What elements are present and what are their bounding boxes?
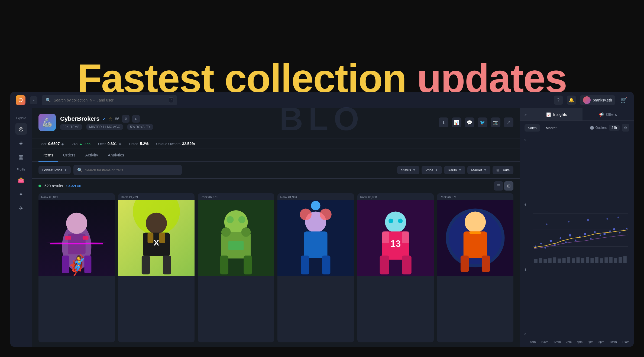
svg-rect-61	[558, 258, 561, 263]
svg-point-40	[398, 218, 402, 223]
chart-settings-button[interactable]: ⚙	[622, 124, 629, 132]
help-button[interactable]: ?	[554, 96, 563, 105]
svg-rect-62	[562, 258, 566, 263]
sidebar-item-favorites[interactable]: ✦	[15, 188, 27, 200]
svg-rect-63	[567, 257, 570, 263]
user-name: pranksy.eth	[593, 98, 612, 102]
collection-details: CyberBrokers ✓ ☆ 86 ⧉ ↻ 10K ITEMS MINTED…	[60, 115, 434, 130]
chart-svg	[525, 138, 629, 343]
star-button[interactable]: ☆	[109, 116, 112, 122]
panel-expand-button[interactable]: »	[520, 108, 531, 120]
owners-label: Unique Owners	[156, 142, 180, 146]
chart-tab-sales[interactable]: Sales	[525, 124, 540, 132]
chart-button[interactable]: 📊	[452, 117, 461, 127]
download-button[interactable]: ⬇	[439, 117, 448, 127]
items-search-icon: 🔍	[77, 168, 83, 173]
notifications-button[interactable]: 🔔	[567, 96, 576, 105]
refresh-button[interactable]: ↻	[132, 115, 140, 123]
user-profile[interactable]: pranksy.eth	[580, 95, 615, 105]
toggle-dot-icon	[590, 126, 594, 130]
change-stat: 24h ▲ 9.56	[72, 142, 90, 146]
items-search-input[interactable]	[85, 168, 178, 172]
chart-controls-right: Outliers 24h ⚙	[590, 124, 629, 132]
insights-chart-icon: 📈	[546, 112, 551, 117]
rarity-dropdown[interactable]: Rarity ▼	[444, 166, 465, 174]
svg-point-35	[385, 211, 406, 232]
tab-orders[interactable]: Orders	[58, 149, 80, 162]
svg-point-91	[609, 230, 611, 232]
collapse-button[interactable]: »	[30, 96, 37, 104]
svg-point-92	[613, 228, 615, 230]
price-dropdown[interactable]: Price ▼	[422, 166, 442, 174]
nft-card-5[interactable]: Rank #8,038 13	[357, 193, 434, 342]
outliers-toggle[interactable]: Outliers	[590, 126, 607, 130]
left-sidebar: Explore ◎ ◈ ▦ Profile 👛 ✦ ✈	[10, 108, 32, 347]
tab-offers[interactable]: 📢 Offers	[582, 108, 634, 120]
instagram-button[interactable]: 📷	[491, 117, 500, 127]
sidebar-item-send[interactable]: ✈	[15, 202, 27, 214]
svg-rect-50	[482, 256, 490, 272]
traits-button[interactable]: ⊞ Traits	[493, 166, 513, 174]
minted-date: MINTED 11 MO AGO	[86, 124, 123, 130]
items-search[interactable]: 🔍	[73, 165, 182, 175]
live-indicator	[38, 185, 41, 187]
tab-analytics[interactable]: Analytics	[103, 149, 129, 162]
svg-rect-32	[322, 256, 330, 274]
sidebar-item-explore[interactable]: ◎	[15, 123, 27, 135]
traits-filter-icon: ⊞	[496, 168, 499, 172]
tab-items[interactable]: Items	[38, 149, 58, 162]
view-toggles: ☰ ⊞	[494, 181, 513, 191]
offers-icon: 📢	[599, 112, 604, 117]
svg-point-29	[300, 209, 312, 220]
offer-unit: ◈	[119, 142, 121, 146]
search-input[interactable]	[54, 98, 166, 102]
svg-point-39	[389, 218, 393, 223]
svg-rect-74	[619, 257, 622, 263]
select-all-button[interactable]: Select All	[66, 184, 80, 188]
sidebar-item-wallet[interactable]: 👛	[15, 174, 27, 186]
tab-activity[interactable]: Activity	[80, 149, 103, 162]
main-content: Explore ◎ ◈ ▦ Profile 👛 ✦ ✈ 🦾 CyberBroke…	[10, 108, 634, 347]
floor-value: 0.6597	[48, 142, 60, 146]
svg-rect-72	[609, 257, 613, 263]
svg-point-84	[575, 240, 576, 241]
nft-card-3[interactable]: Rank #6,270	[198, 193, 274, 342]
market-dropdown[interactable]: Market ▼	[467, 166, 490, 174]
nft-card-6[interactable]: Rank #6,971	[437, 193, 513, 342]
nft-card-1[interactable]: Rank #8,819	[38, 193, 115, 342]
copy-button[interactable]: ⧉	[122, 115, 130, 123]
svg-point-30	[320, 209, 332, 220]
svg-rect-51	[469, 231, 481, 234]
discord-button[interactable]: 💬	[465, 117, 474, 127]
status-dropdown[interactable]: Status ▼	[397, 166, 419, 174]
nft-rank-1: Rank #8,819	[38, 193, 115, 200]
list-view-button[interactable]: ☰	[494, 181, 503, 191]
x-label-6pm: 6pm	[588, 340, 593, 343]
results-bar: 520 results Select All ☰ ⊞	[32, 179, 520, 193]
cart-button[interactable]: 🛒	[619, 96, 628, 105]
change-value: ▲ 9.56	[79, 142, 90, 146]
stats-bar: Floor 0.6597 ◈ 24h ▲ 9.56 Offer 0.601 ◈ …	[32, 139, 520, 149]
collection-header: 🦾 CyberBrokers ✓ ☆ 86 ⧉ ↻ 10K ITEMS M	[32, 108, 520, 139]
sort-dropdown[interactable]: Lowest Price ▼	[38, 166, 71, 174]
twitter-button[interactable]: 🐦	[478, 117, 487, 127]
nft-card-2[interactable]: Rank #9,239 X	[118, 193, 195, 342]
x-label-12am: 12am	[622, 340, 629, 343]
chart-tab-market[interactable]: Market	[543, 124, 560, 132]
collection-main: 🦾 CyberBrokers ✓ ☆ 86 ⧉ ↻ 10K ITEMS M	[32, 108, 520, 347]
collection-meta: 10K ITEMS MINTED 11 MO AGO 5% ROYALTY	[60, 124, 434, 130]
y-label-9: 9	[525, 138, 526, 142]
nft-image-5: 13	[357, 200, 434, 276]
sidebar-item-collections[interactable]: ▦	[15, 151, 27, 163]
svg-point-77	[540, 243, 542, 244]
verified-badge: ✓	[102, 116, 106, 122]
time-select[interactable]: 24h	[609, 125, 620, 131]
global-search[interactable]: 🔍 /	[42, 95, 177, 105]
grid-view-button[interactable]: ⊞	[504, 181, 513, 191]
share-button[interactable]: ↗	[504, 117, 513, 127]
nft-card-4[interactable]: Rank #1,904	[277, 193, 354, 342]
svg-point-86	[584, 233, 586, 235]
tab-insights[interactable]: 📈 Insights	[531, 108, 582, 120]
sidebar-item-discover[interactable]: ◈	[15, 137, 27, 149]
svg-text:13: 13	[390, 238, 401, 249]
